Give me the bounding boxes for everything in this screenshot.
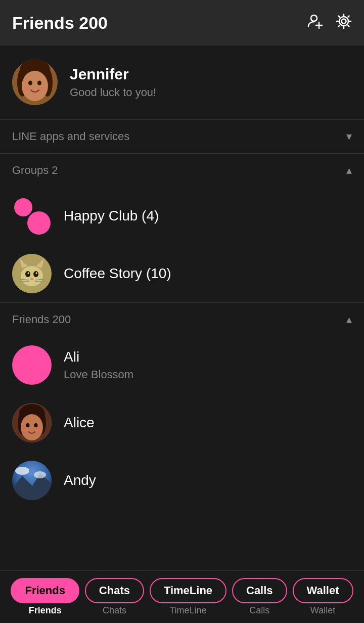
- list-item[interactable]: Coffee Story (10): [0, 245, 364, 302]
- nav-label-wallet: Wallet: [310, 603, 335, 619]
- friends-section-header[interactable]: Friends 200 ▴: [0, 303, 364, 336]
- nav-label-calls: Calls: [249, 603, 269, 619]
- svg-point-13: [39, 87, 46, 91]
- svg-point-10: [28, 81, 32, 85]
- svg-point-23: [36, 273, 37, 274]
- svg-point-41: [15, 467, 29, 475]
- nav-pill-chats[interactable]: Chats: [85, 578, 144, 603]
- svg-point-0: [311, 15, 317, 21]
- nav-pill-timeline[interactable]: TimeLine: [150, 578, 226, 603]
- nav-pill-row: Friends Friends Chats Chats TimeLine Tim…: [0, 571, 364, 623]
- nav-item-friends[interactable]: Friends Friends: [11, 578, 79, 619]
- friend-info: Ali Love Blossom: [64, 349, 133, 381]
- group-name: Coffee Story (10): [64, 265, 171, 282]
- line-apps-label: LINE apps and services: [12, 130, 129, 143]
- happy-club-icon: [12, 196, 52, 236]
- profile-avatar: [12, 60, 58, 105]
- friends-label: Friends 200: [12, 313, 71, 326]
- svg-point-20: [25, 271, 30, 277]
- page-title: Friends 200: [12, 13, 108, 33]
- ali-avatar: [12, 345, 52, 385]
- groups-section-header[interactable]: Groups 2 ▴: [0, 154, 364, 187]
- chevron-down-icon: ▾: [346, 130, 352, 143]
- nav-label-chats: Chats: [103, 603, 126, 619]
- nav-pill-friends[interactable]: Friends: [11, 578, 79, 603]
- coffee-story-avatar: [12, 254, 52, 293]
- chevron-up-icon: ▴: [346, 164, 352, 177]
- svg-point-21: [33, 271, 38, 277]
- group-info: Coffee Story (10): [64, 265, 171, 282]
- svg-point-34: [26, 423, 30, 427]
- friend-name: Alice: [64, 415, 95, 431]
- settings-icon[interactable]: [336, 13, 352, 33]
- svg-point-9: [22, 71, 48, 101]
- list-item[interactable]: Andy: [0, 452, 364, 509]
- profile-section[interactable]: Jennifer Good luck to you!: [0, 46, 364, 120]
- nav-pill-calls[interactable]: Calls: [232, 578, 287, 603]
- svg-point-37: [35, 429, 41, 432]
- list-item[interactable]: Happy Club (4): [0, 187, 364, 245]
- chevron-up-icon-2: ▴: [346, 313, 352, 326]
- nav-label-friends: Friends: [29, 603, 62, 619]
- nav-item-timeline[interactable]: TimeLine TimeLine: [150, 578, 226, 619]
- nav-label-timeline: TimeLine: [169, 603, 206, 619]
- alice-avatar: [12, 403, 52, 442]
- groups-label: Groups 2: [12, 164, 58, 177]
- profile-info: Jennifer Good luck to you!: [70, 66, 156, 99]
- nav-item-chats[interactable]: Chats Chats: [85, 578, 144, 619]
- svg-point-35: [34, 423, 38, 427]
- profile-name: Jennifer: [70, 66, 156, 83]
- main-content: Jennifer Good luck to you! LINE apps and…: [0, 46, 364, 575]
- group-name: Happy Club (4): [64, 208, 159, 224]
- bottom-navigation: Friends Friends Chats Chats TimeLine Tim…: [0, 570, 364, 623]
- andy-avatar: [12, 461, 52, 500]
- svg-point-36: [23, 429, 29, 432]
- svg-point-4: [339, 17, 348, 26]
- friend-info: Alice: [64, 415, 95, 431]
- svg-point-33: [21, 414, 43, 440]
- nav-item-calls[interactable]: Calls Calls: [232, 578, 287, 619]
- svg-point-11: [37, 81, 41, 85]
- header-actions: [307, 13, 352, 33]
- friend-name: Andy: [64, 472, 96, 488]
- friend-name: Ali: [64, 349, 133, 365]
- friend-info: Andy: [64, 472, 96, 488]
- nav-pill-wallet[interactable]: Wallet: [293, 578, 353, 603]
- svg-point-24: [30, 278, 33, 280]
- line-apps-section-header[interactable]: LINE apps and services ▾: [0, 120, 364, 153]
- profile-status: Good luck to you!: [70, 86, 156, 99]
- svg-point-12: [24, 87, 31, 91]
- svg-point-3: [342, 19, 346, 23]
- app-header: Friends 200: [0, 0, 364, 46]
- svg-point-22: [28, 273, 29, 274]
- add-person-icon[interactable]: [307, 13, 324, 33]
- group-info: Happy Club (4): [64, 208, 159, 224]
- list-item[interactable]: Ali Love Blossom: [0, 336, 364, 394]
- svg-point-15: [21, 266, 43, 286]
- nav-item-wallet[interactable]: Wallet Wallet: [293, 578, 353, 619]
- list-item[interactable]: Alice: [0, 394, 364, 452]
- svg-point-42: [34, 471, 46, 478]
- friend-status: Love Blossom: [64, 368, 133, 381]
